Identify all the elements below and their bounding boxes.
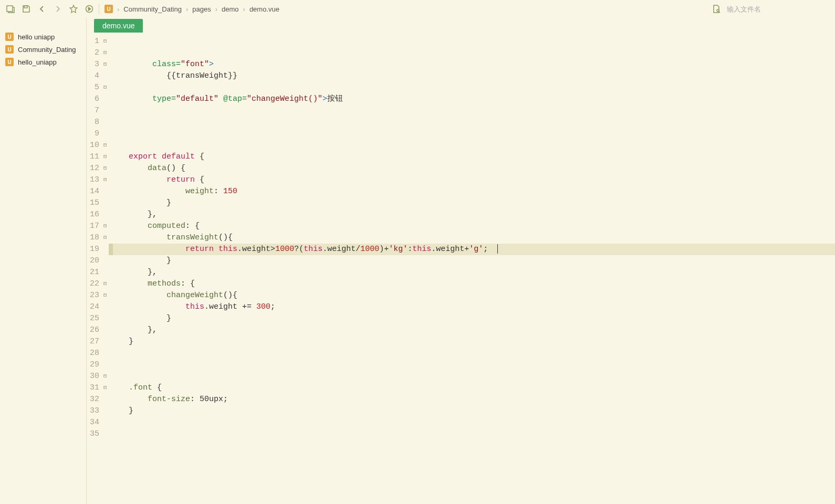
chevron-icon: › xyxy=(186,5,188,13)
sidebar-item-label: hello_uniapp xyxy=(18,58,57,66)
project-icon: U xyxy=(5,45,14,54)
nav-forward-icon[interactable] xyxy=(50,2,65,16)
search-wrap xyxy=(709,2,832,16)
sidebar-item-community-dating[interactable]: U Community_Dating xyxy=(0,43,86,56)
editor: demo.vue 1234567891011121314151617181920… xyxy=(87,18,835,504)
sidebar-item-label: hello uniapp xyxy=(18,33,55,41)
sidebar-item-label: Community_Dating xyxy=(18,46,76,54)
run-icon[interactable] xyxy=(82,2,97,16)
breadcrumb-seg[interactable]: demo.vue xyxy=(249,5,279,13)
fold-column: ⊟⊟⊟⊟⊟⊟⊟⊟⊟⊟⊟⊟⊟⊟ xyxy=(101,36,109,504)
nav-back-icon[interactable] xyxy=(35,2,49,16)
file-search-input[interactable] xyxy=(727,5,832,13)
breadcrumb: U › Community_Dating › pages › demo › de… xyxy=(105,5,279,13)
chevron-icon: › xyxy=(243,5,245,13)
code-viewport[interactable]: 1234567891011121314151617181920212223242… xyxy=(87,33,835,504)
code[interactable]: class="font"> {{transWeight}} type="defa… xyxy=(109,36,835,504)
breadcrumb-project[interactable]: Community_Dating xyxy=(123,5,182,13)
project-icon: U xyxy=(5,33,14,41)
sidebar: U hello uniapp U Community_Dating U hell… xyxy=(0,18,87,504)
tab-bar: demo.vue xyxy=(87,18,835,33)
search-file-icon[interactable] xyxy=(709,2,724,16)
svg-rect-1 xyxy=(24,6,27,8)
line-numbers: 1234567891011121314151617181920212223242… xyxy=(87,36,101,504)
project-icon: U xyxy=(105,5,113,13)
sidebar-item-hello-uniapp2[interactable]: U hello_uniapp xyxy=(0,56,86,68)
project-icon: U xyxy=(5,58,14,66)
chevron-icon: › xyxy=(215,5,217,13)
toolbar: U › Community_Dating › pages › demo › de… xyxy=(0,0,835,18)
breadcrumb-seg[interactable]: pages xyxy=(192,5,211,13)
breadcrumb-seg[interactable]: demo xyxy=(222,5,239,13)
tab-demo-vue[interactable]: demo.vue xyxy=(94,19,143,33)
svg-point-3 xyxy=(717,9,719,12)
save-icon[interactable] xyxy=(19,2,34,16)
divider xyxy=(99,4,99,14)
sidebar-item-hello-uniapp[interactable]: U hello uniapp xyxy=(0,30,86,43)
tab-label: demo.vue xyxy=(102,22,134,30)
star-icon[interactable] xyxy=(66,2,81,16)
svg-rect-0 xyxy=(7,6,13,12)
terminal-icon[interactable] xyxy=(3,2,18,16)
main: U hello uniapp U Community_Dating U hell… xyxy=(0,18,835,504)
chevron-icon: › xyxy=(117,5,119,13)
